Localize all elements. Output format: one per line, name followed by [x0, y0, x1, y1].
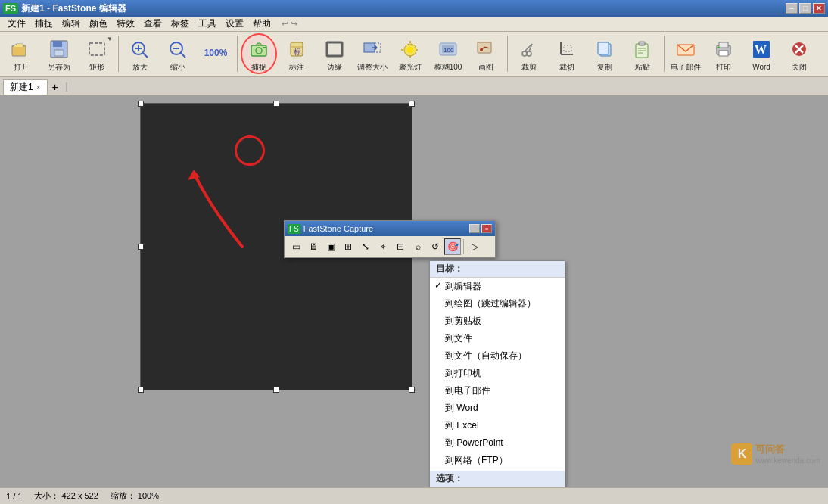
- email-icon: [674, 37, 698, 61]
- crop-icon: [555, 37, 579, 61]
- resize-handle-bc[interactable]: [273, 387, 279, 393]
- toolbar-marker[interactable]: 标 标注: [279, 33, 315, 74]
- dropdown-item-file[interactable]: 到文件: [430, 330, 565, 347]
- toolbar-resize[interactable]: 调整大小: [354, 33, 391, 74]
- zoomin-icon: [128, 37, 152, 61]
- cap-tool-fixed[interactable]: ⌕: [409, 238, 426, 255]
- resize-handle-tr[interactable]: [409, 101, 415, 107]
- paste-label: 粘贴: [635, 63, 650, 71]
- rect-icon: [85, 37, 109, 61]
- toolbar-close2[interactable]: 关闭: [781, 33, 817, 74]
- minimize-button[interactable]: ─: [786, 3, 798, 14]
- resize-handle-br[interactable]: [409, 387, 415, 393]
- cap-tool-freehand[interactable]: ⤡: [357, 238, 374, 255]
- toolbar-blur[interactable]: 100 模糊100: [430, 33, 466, 74]
- cap-tool-target[interactable]: 🎯: [444, 238, 461, 255]
- sep1: [118, 36, 119, 72]
- menu-color[interactable]: 颜色: [85, 16, 112, 32]
- tab-close-btn[interactable]: ×: [36, 83, 41, 92]
- svg-rect-15: [263, 47, 266, 48]
- toolbar-print[interactable]: 打印: [705, 33, 742, 74]
- tab-add-button[interactable]: +: [48, 79, 63, 95]
- dropdown-item-draw[interactable]: 到绘图（跳过编辑器）: [430, 295, 565, 313]
- dropdown-item-word[interactable]: 到 Word: [430, 400, 565, 417]
- menu-tools[interactable]: 工具: [194, 16, 221, 32]
- cap-tool-cursor[interactable]: ⌖: [375, 238, 391, 255]
- status-zoom: 缩放： 100%: [111, 490, 159, 502]
- blur-label: 模糊100: [434, 63, 462, 71]
- resize-label: 调整大小: [357, 63, 388, 71]
- capture-minimize-btn[interactable]: ─: [469, 224, 480, 233]
- cap-tool-play[interactable]: ▷: [466, 238, 483, 255]
- resize-handle-bl[interactable]: [138, 387, 144, 393]
- close-button[interactable]: ✕: [813, 3, 825, 14]
- toolbar-copy[interactable]: 复制: [587, 33, 623, 74]
- toolbar-crop[interactable]: 裁切: [549, 33, 585, 74]
- spotlight-label: 聚光灯: [399, 63, 422, 71]
- dropdown-item-clipboard[interactable]: 到剪贴板: [430, 313, 565, 330]
- menu-help[interactable]: 帮助: [248, 16, 275, 32]
- menu-tags[interactable]: 标签: [167, 16, 194, 32]
- title-bar: FS 新建1 - FastStone 编辑器 ─ □ ✕: [0, 0, 828, 17]
- dropdown-item-ftp[interactable]: 到网络（FTP）: [430, 452, 565, 469]
- menu-view[interactable]: 查看: [139, 16, 167, 32]
- close2-label: 关闭: [792, 63, 807, 71]
- toolbar-saveas[interactable]: 另存为: [41, 33, 77, 74]
- print-label: 打印: [716, 63, 731, 71]
- resize-handle-tc[interactable]: [273, 101, 279, 107]
- toolbar-rect[interactable]: 矩形 ▼: [79, 33, 115, 74]
- cap-tool-object[interactable]: ⊞: [340, 238, 356, 255]
- menu-capture[interactable]: 捕捉: [30, 16, 58, 32]
- capture-popup-icon: FS: [288, 224, 300, 234]
- toolbar-paste[interactable]: 粘贴: [624, 33, 661, 74]
- svg-rect-42: [639, 42, 645, 45]
- dropdown-item-editor[interactable]: 到编辑器: [430, 278, 565, 295]
- svg-rect-40: [598, 42, 609, 54]
- toolbar-open[interactable]: 打开: [3, 33, 39, 74]
- titlebar-left: FS 新建1 - FastStone 编辑器: [3, 2, 126, 15]
- toolbar-zoom100[interactable]: 100%: [198, 33, 234, 74]
- toolbar-zoomin[interactable]: 放大: [122, 33, 158, 74]
- maximize-button[interactable]: □: [799, 3, 811, 14]
- toolbar-zoomout[interactable]: 缩小: [160, 33, 196, 74]
- dropdown-item-email[interactable]: 到电子邮件: [430, 382, 565, 400]
- cap-tool-window[interactable]: ▭: [288, 238, 304, 255]
- app-icon: FS: [3, 3, 18, 14]
- svg-text:标: 标: [293, 48, 301, 56]
- cut-label: 裁剪: [521, 63, 537, 71]
- toolbar-email[interactable]: 电子邮件: [668, 33, 704, 74]
- crop-label: 裁切: [559, 63, 574, 71]
- tab-new1[interactable]: 新建1 ×: [3, 79, 48, 95]
- menu-file[interactable]: 文件: [3, 16, 30, 32]
- dropdown-item-powerpoint[interactable]: 到 PowerPoint: [430, 434, 565, 452]
- print-icon: [711, 37, 736, 61]
- cap-tool-screen[interactable]: 🖥: [305, 238, 322, 255]
- resize-handle-ml[interactable]: [138, 244, 144, 250]
- toolbar-capture[interactable]: 捕捉: [241, 33, 277, 74]
- toolbar-cut[interactable]: 裁剪: [511, 33, 547, 74]
- menu-edit[interactable]: 编辑: [58, 16, 85, 32]
- svg-point-33: [527, 51, 531, 56]
- menu-effects[interactable]: 特效: [112, 16, 139, 32]
- cap-tool-repeat[interactable]: ↺: [427, 238, 444, 255]
- resize-handle-tl[interactable]: [138, 101, 144, 107]
- watermark-url: www.kewenda.com: [755, 456, 820, 465]
- capture-close-btn[interactable]: ×: [481, 224, 492, 233]
- zoomout-label: 缩小: [170, 63, 185, 71]
- svg-rect-19: [327, 42, 342, 56]
- marker-icon: 标: [285, 37, 309, 61]
- dropdown-item-excel[interactable]: 到 Excel: [430, 417, 565, 434]
- dropdown-item-file-auto[interactable]: 到文件（自动保存）: [430, 347, 565, 365]
- cap-tool-region[interactable]: ▣: [322, 238, 339, 255]
- toolbar-draw[interactable]: 画图: [468, 33, 504, 74]
- toolbar-border[interactable]: 边缘: [316, 33, 353, 74]
- dropdown-item-printer[interactable]: 到打印机: [430, 365, 565, 382]
- cap-tool-scroll[interactable]: ⊟: [392, 238, 409, 255]
- svg-line-12: [181, 53, 185, 58]
- toolbar-spotlight[interactable]: 聚光灯: [392, 33, 428, 74]
- capture-popup-titlebar: FS FastStone Capture ─ ×: [285, 221, 495, 236]
- toolbar-word[interactable]: W Word: [743, 33, 780, 74]
- word-icon: W: [749, 37, 774, 61]
- blur-icon: 100: [436, 37, 460, 61]
- menu-settings[interactable]: 设置: [221, 16, 248, 32]
